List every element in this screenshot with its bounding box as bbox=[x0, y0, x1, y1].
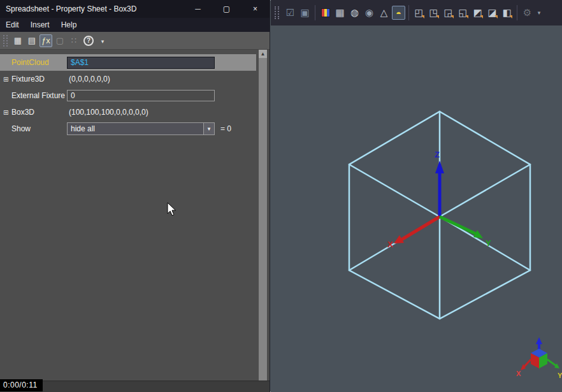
hemisphere-icon[interactable]: ◓ bbox=[392, 6, 405, 20]
property-label: PointCloud bbox=[11, 58, 67, 67]
chevron-down-icon[interactable]: ▾ bbox=[203, 123, 214, 134]
scroll-up-button[interactable]: ▲ bbox=[259, 50, 267, 58]
close-button[interactable]: × bbox=[241, 0, 270, 18]
display-edit-icon[interactable]: ▣ bbox=[298, 6, 312, 20]
property-label: Box3D bbox=[11, 108, 67, 117]
property-value: (0,0,0,0,0,0) bbox=[67, 75, 110, 83]
menu-insert[interactable]: Insert bbox=[25, 18, 55, 32]
menu-help[interactable]: Help bbox=[55, 18, 83, 32]
toolbar: ▦ ▤ ƒx ▢ ∷ ? ▾ bbox=[0, 32, 270, 50]
gizmo-x-label: X bbox=[516, 370, 521, 377]
palette-icon[interactable] bbox=[319, 6, 332, 20]
show-dropdown-value: hide all bbox=[68, 123, 203, 134]
view-toolbar: ☑ ▣ ▦ ◍ ◉ △ ◓ ◰ ◳ ◲ ◱ ◩ ◪ ◧ ⚙ ▾ bbox=[271, 0, 562, 25]
window-title: Spreadsheet - Property Sheet - Box3D bbox=[0, 4, 184, 13]
result-value: = 0 bbox=[220, 124, 231, 133]
recording-timer: 0:00/0:11 bbox=[0, 379, 43, 391]
menu-edit[interactable]: Edit bbox=[0, 18, 25, 32]
dither-pattern-icon[interactable]: ▦ bbox=[333, 6, 347, 20]
x-axis-arrow: X bbox=[387, 217, 440, 249]
expand-icon[interactable]: ⊞ bbox=[3, 109, 11, 116]
cell-reference-input[interactable]: $A$1 bbox=[67, 57, 215, 69]
toolbar-separator bbox=[315, 5, 315, 20]
property-sheet-window: Spreadsheet - Property Sheet - Box3D ─ ▢… bbox=[0, 0, 270, 392]
toolbar-separator bbox=[517, 5, 517, 20]
toolbar-overflow-icon[interactable]: ▾ bbox=[96, 35, 109, 48]
toolbar-overflow-icon[interactable]: ▾ bbox=[535, 6, 543, 20]
wire-sphere-icon[interactable]: ◍ bbox=[348, 6, 361, 20]
view-cube-back-icon[interactable]: ◳ bbox=[427, 6, 440, 20]
show-dropdown[interactable]: hide all ▾ bbox=[67, 122, 215, 135]
3d-view-panel: ☑ ▣ ▦ ◍ ◉ △ ◓ ◰ ◳ ◲ ◱ ◩ ◪ ◧ ⚙ ▾ bbox=[271, 0, 562, 392]
display-select-icon[interactable]: ☑ bbox=[284, 6, 297, 20]
view-cube-right-icon[interactable]: ◱ bbox=[456, 6, 470, 20]
view-cube-top-icon[interactable]: ◩ bbox=[471, 6, 484, 20]
scroll-up-icon: ▲ bbox=[261, 51, 266, 57]
toolbar-grip-icon[interactable] bbox=[3, 35, 8, 47]
expand-icon[interactable]: ⊞ bbox=[3, 76, 11, 83]
property-label: External Fixture bbox=[11, 91, 67, 100]
view-cube-left-icon[interactable]: ◲ bbox=[442, 6, 455, 20]
maximize-button[interactable]: ▢ bbox=[212, 0, 241, 18]
3d-scene: Z X Y bbox=[271, 25, 562, 392]
zoom-selection-icon[interactable]: ▢ bbox=[54, 34, 66, 47]
minimize-button[interactable]: ─ bbox=[184, 0, 212, 18]
orientation-gizmo: X Y bbox=[516, 337, 562, 379]
property-sheet-icon[interactable]: ƒx bbox=[40, 34, 52, 47]
titlebar[interactable]: Spreadsheet - Property Sheet - Box3D ─ ▢… bbox=[0, 0, 270, 18]
external-fixture-input[interactable]: 0 bbox=[67, 90, 215, 101]
property-value: (100,100,100,0,0,0,0,0) bbox=[67, 108, 148, 117]
property-row-external-fixture[interactable]: External Fixture 0 bbox=[0, 87, 256, 104]
menubar: Edit Insert Help bbox=[0, 18, 270, 32]
tile-views-icon[interactable]: ∷ bbox=[68, 34, 80, 47]
gizmo-y-label: Y bbox=[558, 372, 562, 379]
toolbar-separator bbox=[408, 5, 409, 20]
help-icon[interactable]: ? bbox=[83, 36, 94, 46]
mouse-cursor bbox=[167, 202, 178, 217]
x-axis-label: X bbox=[387, 240, 393, 249]
property-label: Show bbox=[11, 124, 67, 133]
z-axis-label: Z bbox=[435, 150, 440, 159]
job-grid-icon[interactable]: ▤ bbox=[25, 34, 38, 47]
property-row-pointcloud[interactable]: PointCloud $A$1 bbox=[0, 54, 256, 71]
property-row-fixture3d[interactable]: ⊞ Fixture3D (0,0,0,0,0,0) bbox=[0, 71, 256, 87]
y-axis-label: Y bbox=[486, 238, 491, 248]
wire-pyramid-icon[interactable]: △ bbox=[377, 6, 391, 20]
property-label: Fixture3D bbox=[11, 75, 67, 83]
render-settings-icon[interactable]: ⚙ bbox=[521, 6, 534, 20]
toolbar-grip-icon[interactable] bbox=[275, 6, 279, 19]
property-row-box3d[interactable]: ⊞ Box3D (100,100,100,0,0,0,0,0) bbox=[0, 104, 256, 120]
app-screen: Spreadsheet - Property Sheet - Box3D ─ ▢… bbox=[0, 0, 562, 392]
property-grid: PointCloud $A$1 ⊞ Fixture3D (0,0,0,0,0,0… bbox=[0, 50, 270, 381]
view-cube-iso-icon[interactable]: ◧ bbox=[500, 6, 514, 20]
view-cube-front-icon[interactable]: ◰ bbox=[412, 6, 426, 20]
view-cube-bottom-icon[interactable]: ◪ bbox=[486, 6, 499, 20]
spreadsheet-icon[interactable]: ▦ bbox=[11, 34, 24, 47]
scrollbar[interactable]: ▲ bbox=[259, 50, 267, 381]
property-row-show[interactable]: Show hide all ▾ = 0 bbox=[0, 120, 256, 137]
shaded-sphere-icon[interactable]: ◉ bbox=[363, 6, 376, 20]
3d-viewport[interactable]: Z X Y bbox=[271, 25, 562, 392]
